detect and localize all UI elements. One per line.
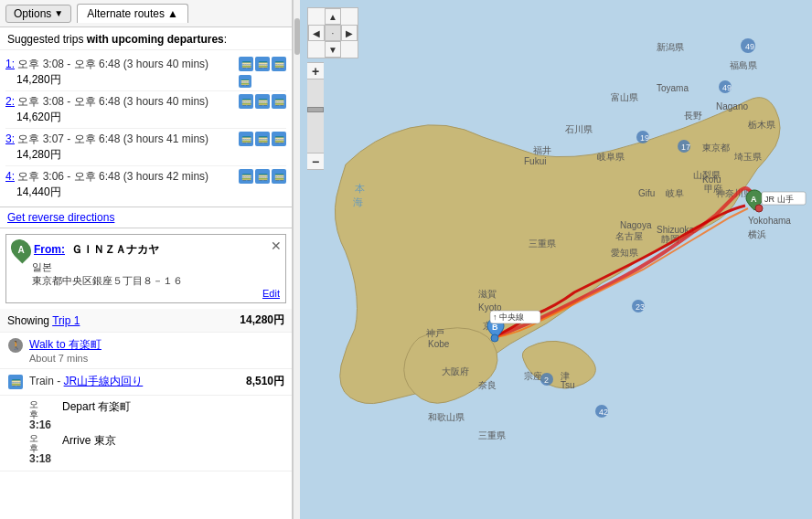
svg-text:新潟県: 新潟県 [657,42,684,52]
svg-text:大阪府: 大阪府 [442,366,469,376]
trip-4-train-icon-1: 🚃 [239,169,253,184]
nav-left-button[interactable]: ◀ [308,25,325,41]
trip-1-train-icon-2: 🚃 [255,57,270,71]
zoom-bar: + − [307,62,324,170]
reverse-directions-link[interactable]: Get reverse directions [7,211,114,224]
trip-2-train-icon-2: 🚃 [255,94,270,109]
svg-text:神戸: 神戸 [426,328,444,338]
svg-text:岐阜: 岐阜 [666,188,684,198]
options-button[interactable]: Options ▼ [5,5,71,23]
svg-text:Toyama: Toyama [657,83,689,93]
depart-ampm: 오후3:16 [29,399,55,431]
options-arrow-icon: ▼ [54,8,63,18]
svg-point-63 [491,334,498,342]
nav-empty-tr [341,8,358,25]
svg-text:49: 49 [722,83,732,92]
marker-a-icon: A [6,235,35,263]
trip-2-train-icon-3: 🚃 [272,94,286,109]
svg-text:埼玉県: 埼玉県 [733,152,762,162]
nav-pad: ▲ ◀ · ▶ ▼ [307,7,358,58]
trip-2-price: 14,620円 [16,110,239,125]
zoom-track[interactable] [307,79,324,153]
arrive-label: Arrive 東京 [62,433,116,449]
depart-row: 오후3:16 Depart 有楽町 [29,399,284,431]
svg-text:富山県: 富山県 [611,92,638,102]
trip-4-left: 4: 오후 3:06 - 오후 6:48 (3 hours 42 mins)14… [5,169,239,200]
trip-3-num[interactable]: 3: [5,132,15,145]
train-step-title: Train - JR山手線内回り [29,374,240,389]
trip-1-extra-icon: 🚃 [239,75,251,88]
svg-text:A: A [751,195,757,204]
svg-text:栃木県: 栃木県 [748,120,775,130]
svg-text:19: 19 [640,133,649,143]
train-step-content: Train - JR山手線内回り [29,374,240,389]
svg-text:岐阜県: 岐阜県 [597,152,625,162]
trip-2-train-icon-1: 🚃 [239,94,253,109]
zoom-in-button[interactable]: + [307,63,324,79]
trip-1-icons-row: 🚃🚃🚃 [239,57,286,71]
trip-2-icons: 🚃🚃🚃 [239,94,286,109]
svg-text:↑ 中央線: ↑ 中央線 [493,312,524,322]
svg-text:長野: 長野 [684,111,702,121]
trip1-link[interactable]: Trip 1 [52,314,80,327]
from-details: 일본 東京都中央区銀座５丁目８－１６ [32,260,280,288]
svg-text:滋賀: 滋賀 [478,289,497,299]
from-country: 일본 [32,260,280,274]
trip-4-num[interactable]: 4: [5,170,15,183]
nav-up-button[interactable]: ▲ [325,8,341,25]
alt-routes-label: Alternate routes [87,7,165,20]
svg-text:本: 本 [355,183,365,194]
edit-link[interactable]: Edit [262,288,280,299]
svg-text:Nagoya: Nagoya [620,220,652,230]
trip-1-train-icon-3: 🚃 [272,57,286,71]
svg-text:17: 17 [681,143,690,152]
trip-1-train-icon-1: 🚃 [239,57,253,71]
suggested-bold: with upcoming departures [87,33,224,46]
trip-row-4: 4: 오후 3:06 - 오후 6:48 (3 hours 42 mins)14… [5,166,286,203]
nav-right-button[interactable]: ▶ [341,25,358,41]
walk-duration: About 7 mins [29,353,284,364]
trips-list: 1: 오후 3:08 - 오후 6:48 (3 hours 40 mins)14… [0,50,292,207]
trip-2-left: 2: 오후 3:08 - 오후 6:48 (3 hours 40 mins)14… [5,94,239,125]
from-close-button[interactable]: ✕ [271,238,282,253]
svg-text:三重県: 三重県 [529,238,556,249]
walk-destination-link[interactable]: Walk to 有楽町 [29,338,102,351]
svg-text:奈良: 奈良 [478,380,497,390]
trip-2-num[interactable]: 2: [5,95,15,108]
walk-step-title: Walk to 有楽町 [29,337,284,353]
trip-3-time: 오후 3:07 - 오후 6:48 (3 hours 41 mins) [15,132,208,145]
trip-3-train-icon-1: 🚃 [239,132,253,146]
depart-time: 3:16 [29,418,51,431]
svg-text:甲府: 甲府 [704,184,722,194]
showing-trip-row: Showing Trip 1 14,280円 [0,309,292,333]
walk-circle-icon: 🚶 [8,338,23,353]
svg-point-62 [755,205,763,212]
panel-scrollbar[interactable] [293,0,300,519]
svg-text:福井: 福井 [533,145,551,155]
arrive-row: 오후3:18 Arrive 東京 [29,433,284,465]
svg-text:愛知県: 愛知県 [611,248,638,258]
suggested-header: Suggested trips with upcoming departures… [0,27,292,50]
train-price: 8,510円 [246,374,284,389]
nav-down-button[interactable]: ▼ [325,41,341,58]
trip-4-train-icon-2: 🚃 [255,169,270,184]
svg-text:東京都: 東京都 [702,143,730,153]
train-icon: 🚃 [8,375,23,389]
trip-row-2: 2: 오후 3:08 - 오후 6:48 (3 hours 40 mins)14… [5,91,286,129]
svg-text:23: 23 [636,302,645,312]
trip-4-icons-row: 🚃🚃🚃 [239,169,286,184]
train-line-link[interactable]: JR山手線内回り [64,375,144,387]
map-controls: ▲ ◀ · ▶ ▼ + − [307,7,358,170]
trip-3-train-icon-3: 🚃 [272,132,286,146]
walk-step: 🚶 Walk to 有楽町 About 7 mins [0,333,292,369]
svg-text:Fukui: Fukui [524,156,546,166]
trip-3-icons-row: 🚃🚃🚃 [239,132,286,146]
from-address: 東京都中央区銀座５丁目８－１６ [32,274,280,288]
trip-1-num[interactable]: 1: [5,58,15,70]
svg-text:福島県: 福島県 [730,60,757,70]
depart-label: Depart 有楽町 [62,399,131,415]
alternate-routes-tab[interactable]: Alternate routes ▲ [77,4,188,23]
zoom-out-button[interactable]: − [307,153,324,169]
trip-row-1: 1: 오후 3:08 - 오후 6:48 (3 hours 40 mins)14… [5,54,286,91]
trip-4-price: 14,440円 [16,185,239,200]
